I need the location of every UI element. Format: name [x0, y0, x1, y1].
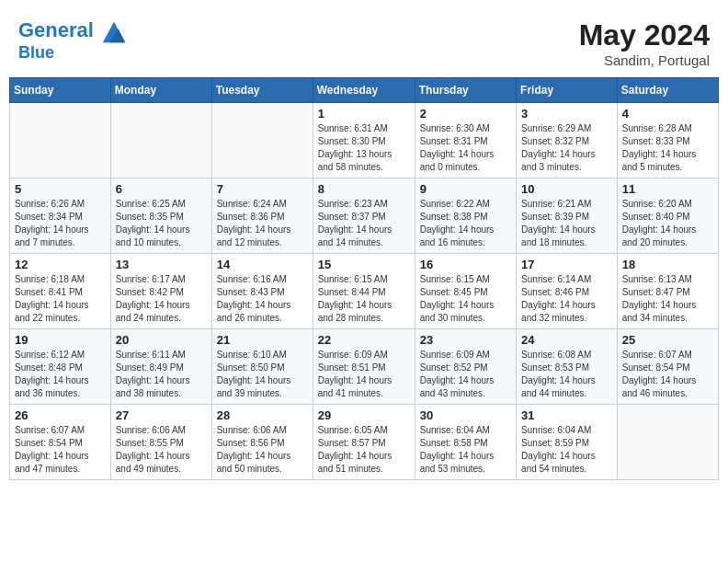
day-info: Sunrise: 6:15 AMSunset: 8:44 PMDaylight:…: [318, 273, 410, 325]
calendar-cell: 31Sunrise: 6:04 AMSunset: 8:59 PMDayligh…: [517, 405, 618, 480]
day-number: 21: [217, 333, 308, 347]
column-header-friday: Friday: [517, 78, 618, 103]
day-info: Sunrise: 6:29 AMSunset: 8:32 PMDaylight:…: [521, 122, 612, 174]
day-info: Sunrise: 6:04 AMSunset: 8:58 PMDaylight:…: [420, 424, 511, 476]
day-number: 16: [420, 258, 511, 271]
calendar-cell: 16Sunrise: 6:15 AMSunset: 8:45 PMDayligh…: [415, 254, 516, 329]
calendar-cell: 9Sunrise: 6:22 AMSunset: 8:38 PMDaylight…: [415, 178, 516, 254]
day-info: Sunrise: 6:16 AMSunset: 8:43 PMDaylight:…: [217, 273, 308, 325]
calendar-body: 1Sunrise: 6:31 AMSunset: 8:30 PMDaylight…: [10, 103, 719, 480]
day-number: 28: [217, 408, 308, 422]
day-info: Sunrise: 6:30 AMSunset: 8:31 PMDaylight:…: [420, 122, 511, 174]
calendar-table: SundayMondayTuesdayWednesdayThursdayFrid…: [9, 77, 719, 480]
day-info: Sunrise: 6:07 AMSunset: 8:54 PMDaylight:…: [622, 349, 713, 400]
day-number: 4: [622, 107, 713, 121]
calendar-cell: 27Sunrise: 6:06 AMSunset: 8:55 PMDayligh…: [110, 405, 211, 480]
calendar-cell: 18Sunrise: 6:13 AMSunset: 8:47 PMDayligh…: [617, 254, 718, 329]
title-block: May 2024 Sandim, Portugal: [579, 18, 710, 68]
logo-blue: Blue: [18, 44, 127, 63]
calendar-cell: [10, 103, 111, 178]
day-number: 31: [521, 408, 612, 422]
day-number: 17: [521, 258, 612, 271]
day-number: 13: [116, 258, 207, 271]
calendar-cell: 3Sunrise: 6:29 AMSunset: 8:32 PMDaylight…: [517, 103, 618, 178]
day-number: 22: [318, 333, 410, 347]
day-number: 15: [318, 258, 410, 271]
day-number: 6: [116, 182, 207, 196]
day-info: Sunrise: 6:05 AMSunset: 8:57 PMDaylight:…: [318, 424, 410, 476]
calendar-cell: 24Sunrise: 6:08 AMSunset: 8:53 PMDayligh…: [517, 329, 618, 405]
calendar-header-row: SundayMondayTuesdayWednesdayThursdayFrid…: [10, 78, 719, 103]
calendar-cell: 25Sunrise: 6:07 AMSunset: 8:54 PMDayligh…: [617, 329, 718, 405]
logo-icon: [101, 18, 127, 44]
day-number: 25: [622, 333, 713, 347]
day-number: 18: [622, 258, 713, 271]
day-info: Sunrise: 6:18 AMSunset: 8:41 PMDaylight:…: [15, 273, 106, 325]
day-info: Sunrise: 6:09 AMSunset: 8:51 PMDaylight:…: [318, 349, 410, 400]
day-info: Sunrise: 6:22 AMSunset: 8:38 PMDaylight:…: [420, 198, 511, 249]
day-number: 8: [318, 182, 410, 196]
calendar-cell: [211, 103, 313, 178]
calendar-cell: 7Sunrise: 6:24 AMSunset: 8:36 PMDaylight…: [211, 178, 313, 254]
day-number: 19: [15, 333, 106, 347]
day-info: Sunrise: 6:17 AMSunset: 8:42 PMDaylight:…: [116, 273, 207, 325]
calendar-cell: 14Sunrise: 6:16 AMSunset: 8:43 PMDayligh…: [211, 254, 313, 329]
day-number: 14: [217, 258, 308, 271]
calendar-cell: 29Sunrise: 6:05 AMSunset: 8:57 PMDayligh…: [313, 405, 415, 480]
column-header-sunday: Sunday: [10, 78, 111, 103]
calendar-week-3: 12Sunrise: 6:18 AMSunset: 8:41 PMDayligh…: [10, 254, 719, 329]
day-info: Sunrise: 6:20 AMSunset: 8:40 PMDaylight:…: [622, 198, 713, 249]
calendar-cell: 10Sunrise: 6:21 AMSunset: 8:39 PMDayligh…: [517, 178, 618, 254]
day-number: 2: [420, 107, 511, 121]
day-info: Sunrise: 6:14 AMSunset: 8:46 PMDaylight:…: [521, 273, 612, 325]
calendar-cell: 5Sunrise: 6:26 AMSunset: 8:34 PMDaylight…: [10, 178, 111, 254]
column-header-wednesday: Wednesday: [313, 78, 415, 103]
day-info: Sunrise: 6:24 AMSunset: 8:36 PMDaylight:…: [217, 198, 308, 249]
calendar-cell: 26Sunrise: 6:07 AMSunset: 8:54 PMDayligh…: [10, 405, 111, 480]
calendar-cell: 21Sunrise: 6:10 AMSunset: 8:50 PMDayligh…: [211, 329, 313, 405]
day-number: 5: [15, 182, 106, 196]
day-number: 1: [318, 107, 410, 121]
day-number: 20: [116, 333, 207, 347]
day-info: Sunrise: 6:07 AMSunset: 8:54 PMDaylight:…: [15, 424, 106, 476]
day-number: 12: [15, 258, 106, 271]
day-info: Sunrise: 6:12 AMSunset: 8:48 PMDaylight:…: [15, 349, 106, 400]
day-info: Sunrise: 6:31 AMSunset: 8:30 PMDaylight:…: [318, 122, 410, 174]
calendar-cell: 2Sunrise: 6:30 AMSunset: 8:31 PMDaylight…: [415, 103, 516, 178]
day-info: Sunrise: 6:26 AMSunset: 8:34 PMDaylight:…: [15, 198, 106, 249]
calendar-cell: 22Sunrise: 6:09 AMSunset: 8:51 PMDayligh…: [313, 329, 415, 405]
calendar-week-1: 1Sunrise: 6:31 AMSunset: 8:30 PMDaylight…: [10, 103, 719, 178]
column-header-tuesday: Tuesday: [211, 78, 313, 103]
calendar-cell: 8Sunrise: 6:23 AMSunset: 8:37 PMDaylight…: [313, 178, 415, 254]
day-number: 30: [420, 408, 511, 422]
calendar-cell: 4Sunrise: 6:28 AMSunset: 8:33 PMDaylight…: [617, 103, 718, 178]
calendar-cell: [617, 405, 718, 480]
column-header-monday: Monday: [110, 78, 211, 103]
calendar-cell: 28Sunrise: 6:06 AMSunset: 8:56 PMDayligh…: [211, 405, 313, 480]
logo-text: General: [18, 18, 127, 44]
calendar-cell: 11Sunrise: 6:20 AMSunset: 8:40 PMDayligh…: [617, 178, 718, 254]
calendar-cell: 1Sunrise: 6:31 AMSunset: 8:30 PMDaylight…: [313, 103, 415, 178]
day-number: 29: [318, 408, 410, 422]
location: Sandim, Portugal: [579, 52, 710, 68]
day-number: 9: [420, 182, 511, 196]
day-info: Sunrise: 6:10 AMSunset: 8:50 PMDaylight:…: [217, 349, 308, 400]
day-number: 27: [116, 408, 207, 422]
day-info: Sunrise: 6:25 AMSunset: 8:35 PMDaylight:…: [116, 198, 207, 249]
calendar-cell: 13Sunrise: 6:17 AMSunset: 8:42 PMDayligh…: [110, 254, 211, 329]
calendar-week-5: 26Sunrise: 6:07 AMSunset: 8:54 PMDayligh…: [10, 405, 719, 480]
day-info: Sunrise: 6:15 AMSunset: 8:45 PMDaylight:…: [420, 273, 511, 325]
calendar-cell: 30Sunrise: 6:04 AMSunset: 8:58 PMDayligh…: [415, 405, 516, 480]
calendar-cell: 19Sunrise: 6:12 AMSunset: 8:48 PMDayligh…: [10, 329, 111, 405]
calendar-cell: 17Sunrise: 6:14 AMSunset: 8:46 PMDayligh…: [517, 254, 618, 329]
page-header: General Blue May 2024 Sandim, Portugal: [9, 9, 719, 73]
day-info: Sunrise: 6:23 AMSunset: 8:37 PMDaylight:…: [318, 198, 410, 249]
day-number: 11: [622, 182, 713, 196]
day-number: 3: [521, 107, 612, 121]
day-info: Sunrise: 6:09 AMSunset: 8:52 PMDaylight:…: [420, 349, 511, 400]
month-year: May 2024: [579, 18, 710, 52]
day-info: Sunrise: 6:28 AMSunset: 8:33 PMDaylight:…: [622, 122, 713, 174]
calendar-cell: 23Sunrise: 6:09 AMSunset: 8:52 PMDayligh…: [415, 329, 516, 405]
calendar-cell: 20Sunrise: 6:11 AMSunset: 8:49 PMDayligh…: [110, 329, 211, 405]
day-info: Sunrise: 6:06 AMSunset: 8:56 PMDaylight:…: [217, 424, 308, 476]
